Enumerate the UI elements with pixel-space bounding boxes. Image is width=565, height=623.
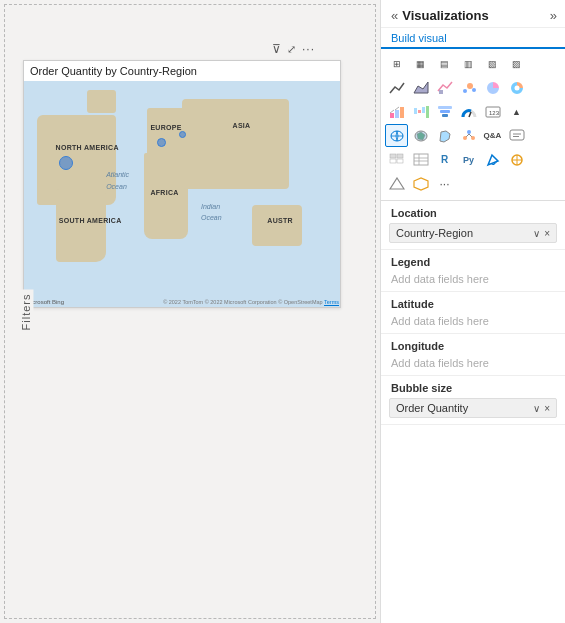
field-value-location[interactable]: Country-Region ∨ ×	[389, 223, 557, 243]
collapse-panel-button[interactable]: «	[391, 8, 398, 23]
panel-header: « Visualizations »	[381, 0, 565, 28]
viz-donut-icon[interactable]	[505, 76, 528, 99]
svg-rect-32	[390, 154, 396, 158]
viz-map-icon[interactable]	[385, 124, 408, 147]
viz-decomp-icon[interactable]	[457, 124, 480, 147]
map-label-africa: AFRICA	[150, 189, 178, 196]
panel-title: Visualizations	[402, 8, 550, 23]
field-placeholder-longitude[interactable]: Add data fields here	[381, 354, 565, 375]
svg-point-5	[514, 85, 519, 90]
field-label-location: Location	[381, 201, 565, 221]
viz-pie-icon[interactable]	[481, 76, 504, 99]
visual-container: Order Quantity by Country-Region	[23, 60, 341, 308]
fields-section: Location Country-Region ∨ × Legend Add d…	[381, 201, 565, 623]
svg-line-9	[390, 110, 394, 113]
field-group-latitude: Latitude Add data fields here	[381, 292, 565, 334]
viz-icon-r6-1[interactable]	[385, 172, 408, 195]
field-placeholder-latitude[interactable]: Add data fields here	[381, 312, 565, 333]
viz-icon-r6-2[interactable]	[409, 172, 432, 195]
viz-card-icon[interactable]: 123	[481, 100, 504, 123]
viz-smart-icon[interactable]	[505, 124, 528, 147]
viz-gauge-icon[interactable]	[457, 100, 480, 123]
viz-area-icon[interactable]	[409, 76, 432, 99]
viz-custom-icon[interactable]	[505, 148, 528, 171]
chevron-down-bubble[interactable]: ∨	[533, 403, 540, 414]
viz-icon-row-4: Q&A	[385, 124, 561, 147]
field-label-legend: Legend	[381, 250, 565, 270]
field-label-bubble-size: Bubble size	[381, 376, 565, 396]
viz-qna-icon[interactable]: Q&A	[481, 124, 504, 147]
field-placeholder-legend[interactable]: Add data fields here	[381, 270, 565, 291]
viz-waterfall-icon[interactable]	[409, 100, 432, 123]
build-visual-tab[interactable]: Build visual	[381, 28, 565, 49]
svg-marker-44	[414, 178, 428, 190]
viz-funnel-icon[interactable]	[433, 100, 456, 123]
svg-rect-35	[397, 159, 403, 163]
field-group-bubble-size: Bubble size Order Quantity ∨ ×	[381, 376, 565, 425]
viz-line-icon[interactable]	[385, 76, 408, 99]
viz-stacked-bar-icon[interactable]: ▦	[409, 52, 432, 75]
viz-py-icon[interactable]: Py	[457, 148, 480, 171]
viz-line-cluster-icon[interactable]	[433, 76, 456, 99]
svg-rect-33	[397, 154, 403, 158]
expand-icon[interactable]: ⤢	[287, 43, 296, 56]
field-value-bubble-size[interactable]: Order Quantity ∨ ×	[389, 398, 557, 418]
svg-rect-11	[414, 108, 417, 114]
field-group-location: Location Country-Region ∨ ×	[381, 201, 565, 250]
expand-panel-button[interactable]: »	[550, 8, 557, 23]
viz-table2-icon[interactable]	[409, 148, 432, 171]
field-value-text-bubble: Order Quantity	[396, 402, 468, 414]
viz-matrix-icon[interactable]	[385, 148, 408, 171]
viz-icon-grid: ⊞ ▦ ▤ ▥ ▧ ▨	[381, 49, 565, 201]
svg-point-24	[467, 130, 471, 134]
viz-kpi-icon[interactable]: ▲	[505, 100, 528, 123]
field-label-latitude: Latitude	[381, 292, 565, 312]
viz-100pct-bar-icon[interactable]: ▥	[457, 52, 480, 75]
map-label-south-america: SOUTH AMERICA	[59, 217, 122, 224]
map-label-europe: EUROPE	[150, 124, 181, 131]
field-value-icons-bubble: ∨ ×	[533, 403, 550, 414]
viz-r-icon[interactable]: R	[433, 148, 456, 171]
svg-rect-7	[395, 110, 399, 118]
close-bubble[interactable]: ×	[544, 403, 550, 414]
bubble-dot-3	[179, 131, 186, 138]
viz-azure-icon[interactable]	[481, 148, 504, 171]
svg-rect-17	[442, 114, 448, 117]
svg-line-10	[395, 107, 399, 110]
svg-rect-15	[438, 106, 452, 109]
svg-rect-6	[390, 113, 394, 118]
viz-icon-row-3: 123 ▲	[385, 100, 561, 123]
svg-point-3	[467, 83, 473, 89]
viz-table-icon[interactable]: ⊞	[385, 52, 408, 75]
field-group-legend: Legend Add data fields here	[381, 250, 565, 292]
svg-rect-8	[400, 107, 404, 118]
viz-icon-r6-3[interactable]: ···	[433, 172, 456, 195]
svg-rect-16	[440, 110, 450, 113]
svg-marker-0	[414, 82, 428, 93]
close-location[interactable]: ×	[544, 228, 550, 239]
map-label-north-america: NORTH AMERICA	[56, 144, 119, 151]
more-icon[interactable]: ···	[302, 42, 315, 56]
viz-shape-icon[interactable]	[433, 124, 456, 147]
viz-stacked-col-icon[interactable]: ▧	[481, 52, 504, 75]
right-panel: « Visualizations » Build visual ⊞ ▦ ▤ ▥ …	[380, 0, 565, 623]
visual-title: Order Quantity by Country-Region	[30, 65, 197, 77]
viz-scatter-icon[interactable]	[457, 76, 480, 99]
viz-icon-row-5: R Py	[385, 148, 561, 171]
bubble-dot-1	[59, 156, 73, 170]
viz-filled-map-icon[interactable]	[409, 124, 432, 147]
filter-icon[interactable]: ⊽	[272, 42, 281, 56]
visual-toolbar: ⊽ ⤢ ···	[272, 42, 315, 56]
map-copyright: © 2022 TomTom © 2022 Microsoft Corporati…	[163, 299, 339, 305]
viz-clustered-bar-icon[interactable]: ▤	[433, 52, 456, 75]
viz-ribbon-icon[interactable]	[385, 100, 408, 123]
svg-rect-36	[414, 154, 428, 165]
svg-rect-34	[390, 159, 396, 163]
field-value-icons-location: ∨ ×	[533, 228, 550, 239]
svg-rect-13	[422, 107, 425, 113]
chevron-down-location[interactable]: ∨	[533, 228, 540, 239]
map-label-indian-ocean: Ocean	[201, 214, 222, 221]
viz-clustered-col-icon[interactable]: ▨	[505, 52, 528, 75]
filters-tab[interactable]: Filters	[19, 289, 33, 334]
svg-rect-29	[510, 130, 524, 140]
